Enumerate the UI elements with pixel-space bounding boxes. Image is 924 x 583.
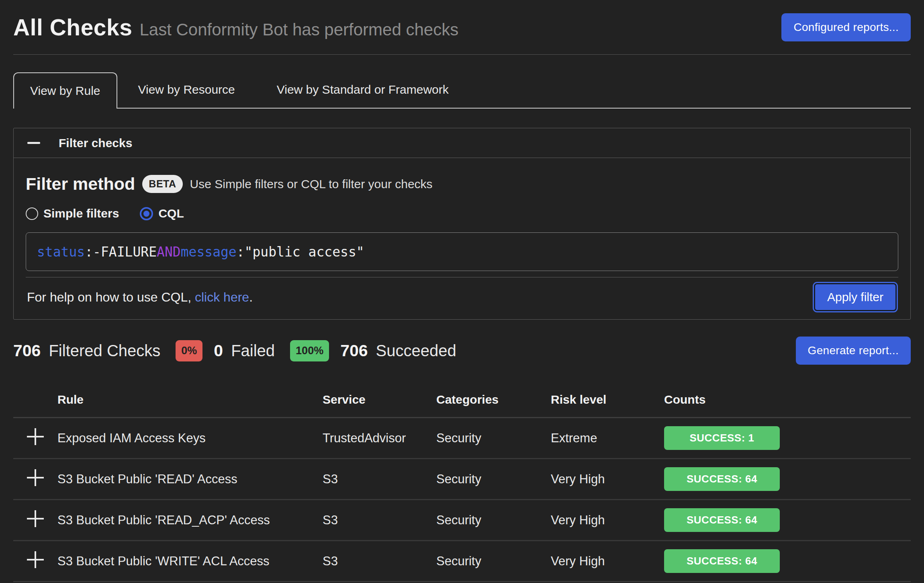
help-row: For help on how to use CQL, click here. … <box>26 277 898 319</box>
expand-plus-icon[interactable] <box>27 428 44 445</box>
column-header-service: Service <box>323 383 436 418</box>
column-header-categories: Categories <box>436 383 551 418</box>
summary-stats: 706 Filtered Checks 0% 0 Failed 100% 706… <box>13 340 460 361</box>
apply-filter-button[interactable]: Apply filter <box>814 283 897 311</box>
view-tabs: View by Rule View by Resource View by St… <box>13 72 911 109</box>
table-row: S3 Bucket Public 'READ' Access S3 Securi… <box>13 459 911 500</box>
categories-cell: Security <box>436 541 551 582</box>
table-row: S3 Bucket Public 'WRITE' ACL Access S3 S… <box>13 541 911 582</box>
failed-count: 0 <box>214 341 223 360</box>
filter-checks-body: Filter method BETA Use Simple filters or… <box>14 158 910 319</box>
success-count-badge[interactable]: SUCCESS: 64 <box>664 467 780 491</box>
help-suffix: . <box>249 290 253 304</box>
rule-cell: Exposed IAM Access Keys <box>57 418 323 459</box>
radio-simple-filters[interactable]: Simple filters <box>26 207 119 220</box>
service-cell: S3 <box>323 541 436 582</box>
succeeded-label: Succeeded <box>376 342 456 360</box>
service-cell: S3 <box>323 459 436 500</box>
filter-checks-header[interactable]: Filter checks <box>14 128 910 158</box>
column-header-rule: Rule <box>57 383 323 418</box>
risk-level-cell: Extreme <box>551 418 664 459</box>
filter-method-radios: Simple filters CQL <box>26 207 898 220</box>
filter-method-heading: Filter method <box>26 174 135 194</box>
service-cell: TrustedAdvisor <box>323 418 436 459</box>
radio-simple-filters-label: Simple filters <box>43 207 119 220</box>
cql-token: :- <box>85 244 101 260</box>
expand-plus-icon[interactable] <box>27 469 44 486</box>
cql-help-link[interactable]: click here <box>195 290 249 304</box>
rule-cell: S3 Bucket Public 'WRITE' ACL Access <box>57 541 323 582</box>
cql-token: : <box>237 244 245 260</box>
summary-row: 706 Filtered Checks 0% 0 Failed 100% 706… <box>13 337 911 365</box>
filter-checks-panel: Filter checks Filter method BETA Use Sim… <box>13 128 911 320</box>
table-row: Exposed IAM Access Keys TrustedAdvisor S… <box>13 418 911 459</box>
checks-table: Rule Service Categories Risk level Count… <box>13 383 911 582</box>
success-count-badge[interactable]: SUCCESS: 64 <box>664 549 780 573</box>
tab-view-by-standard-or-framework[interactable]: View by Standard or Framework <box>256 72 470 108</box>
risk-level-cell: Very High <box>551 500 664 541</box>
page-subtitle: Last Conformity Bot has performed checks <box>139 20 458 39</box>
risk-level-cell: Very High <box>551 459 664 500</box>
categories-cell: Security <box>436 418 551 459</box>
collapse-minus-icon[interactable] <box>27 142 40 144</box>
page-header: All Checks Last Conformity Bot has perfo… <box>13 0 911 55</box>
succeeded-percent-badge: 100% <box>290 340 329 361</box>
success-count-badge[interactable]: SUCCESS: 64 <box>664 508 780 532</box>
cql-token: FAILURE <box>101 244 157 260</box>
cql-query-input[interactable]: status :- FAILURE AND message : "public … <box>26 232 898 271</box>
tab-view-by-resource[interactable]: View by Resource <box>117 72 256 108</box>
help-prefix: For help on how to use CQL, <box>27 290 195 304</box>
cql-token: AND <box>157 244 181 260</box>
title-wrap: All Checks Last Conformity Bot has perfo… <box>13 14 458 41</box>
filter-method-line: Filter method BETA Use Simple filters or… <box>26 174 898 194</box>
categories-cell: Security <box>436 459 551 500</box>
expand-column-header <box>13 383 57 418</box>
all-checks-page: All Checks Last Conformity Bot has perfo… <box>0 0 924 582</box>
expand-plus-icon[interactable] <box>27 551 44 568</box>
succeeded-count: 706 <box>340 341 368 360</box>
radio-cql-label: CQL <box>158 207 184 220</box>
cql-token: status <box>37 244 85 260</box>
categories-cell: Security <box>436 500 551 541</box>
success-count-badge[interactable]: SUCCESS: 1 <box>664 426 780 450</box>
risk-level-cell: Very High <box>551 541 664 582</box>
expand-plus-icon[interactable] <box>27 510 44 527</box>
filtered-label: Filtered Checks <box>49 342 160 360</box>
tab-view-by-rule[interactable]: View by Rule <box>13 72 117 109</box>
cql-token: "public access" <box>245 244 364 260</box>
column-header-counts: Counts <box>664 383 911 418</box>
page-title: All Checks <box>13 14 132 41</box>
table-header-row: Rule Service Categories Risk level Count… <box>13 383 911 418</box>
configured-reports-button[interactable]: Configured reports... <box>781 13 911 41</box>
filter-method-description: Use Simple filters or CQL to filter your… <box>190 177 433 191</box>
filtered-count: 706 <box>13 341 41 360</box>
failed-label: Failed <box>231 342 275 360</box>
radio-selected-icon[interactable] <box>140 207 153 220</box>
table-row: S3 Bucket Public 'READ_ACP' Access S3 Se… <box>13 500 911 541</box>
radio-cql[interactable]: CQL <box>140 207 184 220</box>
filter-checks-title: Filter checks <box>59 136 132 150</box>
rule-cell: S3 Bucket Public 'READ_ACP' Access <box>57 500 323 541</box>
column-header-risk-level: Risk level <box>551 383 664 418</box>
rule-cell: S3 Bucket Public 'READ' Access <box>57 459 323 500</box>
cql-token: message <box>181 244 237 260</box>
beta-badge: BETA <box>142 175 182 193</box>
radio-unselected-icon[interactable] <box>26 207 38 220</box>
failed-percent-badge: 0% <box>176 340 202 361</box>
generate-report-button[interactable]: Generate report... <box>796 337 911 365</box>
service-cell: S3 <box>323 500 436 541</box>
cql-help-text: For help on how to use CQL, click here. <box>26 290 253 305</box>
